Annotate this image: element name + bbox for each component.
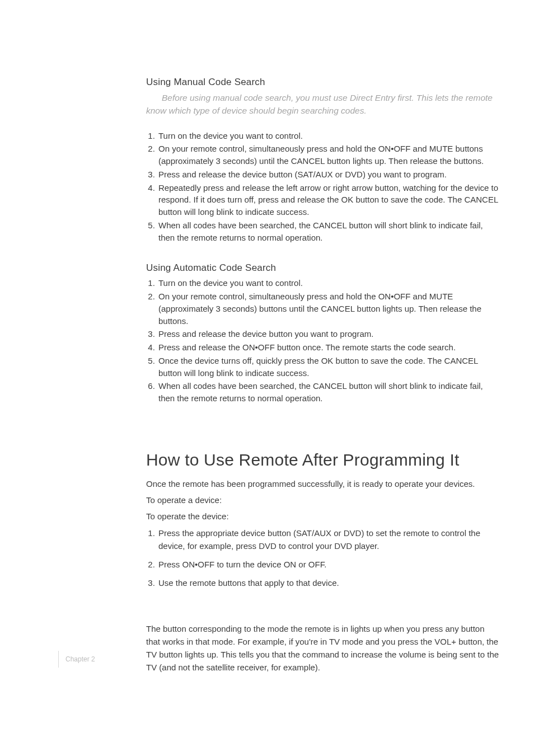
heading-how-to-use: How to Use Remote After Programming It bbox=[146, 450, 500, 469]
howto-steps-list: Press the appropriate device button (SAT… bbox=[146, 527, 500, 590]
howto-explain: The button corresponding to the mode the… bbox=[146, 622, 500, 674]
list-item: Press and release the device button you … bbox=[157, 328, 500, 340]
list-item: Once the device turns off, quickly press… bbox=[157, 355, 500, 379]
list-item: When all codes have been searched, the C… bbox=[157, 219, 500, 244]
list-item: Turn on the device you want to control. bbox=[157, 277, 500, 289]
list-item: Repeatedly press and release the left ar… bbox=[157, 182, 500, 218]
footer-divider bbox=[58, 651, 59, 668]
heading-automatic-code-search: Using Automatic Code Search bbox=[146, 262, 500, 274]
list-item: Turn on the device you want to control. bbox=[157, 130, 500, 142]
manual-intro-note-text: Before using manual code search, you mus… bbox=[146, 93, 493, 115]
manual-intro-note: Before using manual code search, you mus… bbox=[146, 91, 500, 118]
page-footer: Chapter 2 bbox=[58, 651, 95, 668]
list-item: Press and release the ON•OFF button once… bbox=[157, 341, 500, 354]
list-item: Press ON•OFF to turn the device ON or OF… bbox=[157, 558, 500, 571]
howto-operate-2: To operate the device: bbox=[146, 510, 500, 523]
document-page: Using Manual Code Search Before using ma… bbox=[0, 0, 534, 700]
list-item: Use the remote buttons that apply to tha… bbox=[157, 576, 500, 589]
list-item: When all codes have been searched, the C… bbox=[157, 380, 500, 405]
howto-intro: Once the remote has been programmed succ… bbox=[146, 477, 500, 490]
list-item: On your remote control, simultaneously p… bbox=[157, 290, 500, 327]
auto-steps-list: Turn on the device you want to control. … bbox=[146, 277, 500, 405]
list-item: Press and release the device button (SAT… bbox=[157, 168, 500, 181]
heading-manual-code-search: Using Manual Code Search bbox=[146, 77, 500, 88]
footer-chapter-label: Chapter 2 bbox=[65, 655, 95, 663]
list-item: Press the appropriate device button (SAT… bbox=[157, 527, 500, 553]
howto-operate-1: To operate a device: bbox=[146, 494, 500, 506]
manual-steps-list: Turn on the device you want to control. … bbox=[146, 130, 500, 244]
list-item: On your remote control, simultaneously p… bbox=[157, 143, 500, 167]
